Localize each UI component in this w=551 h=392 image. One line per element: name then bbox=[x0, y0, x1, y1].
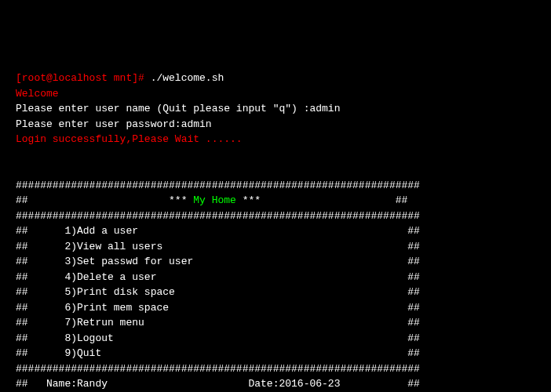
password-prompt: Please enter user password: bbox=[16, 118, 181, 130]
border-divider-2: ########################################… bbox=[16, 363, 420, 375]
menu-item-7[interactable]: ## 7)Retrun menu ## bbox=[16, 317, 420, 328]
menu-item-9[interactable]: ## 9)Quit ## bbox=[16, 347, 420, 359]
shell-prompt: [root@localhost mnt]# bbox=[16, 72, 151, 84]
menu-item-6[interactable]: ## 6)Print mem space ## bbox=[16, 302, 420, 314]
command-text: ./welcome.sh bbox=[151, 72, 224, 84]
menu-title: My Home bbox=[193, 194, 236, 206]
terminal-output: [root@localhost mnt]# ./welcome.sh Welco… bbox=[16, 71, 535, 392]
menu-item-2[interactable]: ## 2)View all users ## bbox=[16, 241, 420, 252]
menu-header-right: ## bbox=[261, 194, 407, 206]
footer-info: ## Name:Randy Date:2016-06-23 ## bbox=[16, 378, 420, 390]
menu-item-3[interactable]: ## 3)Set passwd for user ## bbox=[16, 256, 420, 267]
menu-header-left: ## bbox=[16, 194, 169, 206]
border-top: ########################################… bbox=[16, 180, 420, 191]
password-input[interactable]: admin bbox=[181, 118, 212, 130]
stars-right: *** bbox=[236, 194, 261, 206]
login-success-message: Login successfully,Please Wait ...... bbox=[16, 133, 243, 145]
username-input[interactable]: admin bbox=[309, 103, 340, 114]
menu-item-8[interactable]: ## 8)Logout ## bbox=[16, 332, 420, 344]
menu-item-5[interactable]: ## 5)Print disk space ## bbox=[16, 286, 420, 298]
menu-item-4[interactable]: ## 4)Delete a user ## bbox=[16, 271, 420, 283]
username-prompt: Please enter user name (Quit please inpu… bbox=[16, 103, 309, 114]
border-divider-1: ########################################… bbox=[16, 210, 420, 222]
menu-item-1[interactable]: ## 1)Add a user ## bbox=[16, 225, 420, 237]
welcome-banner: Welcome bbox=[16, 88, 59, 100]
stars-left: *** bbox=[169, 194, 193, 206]
